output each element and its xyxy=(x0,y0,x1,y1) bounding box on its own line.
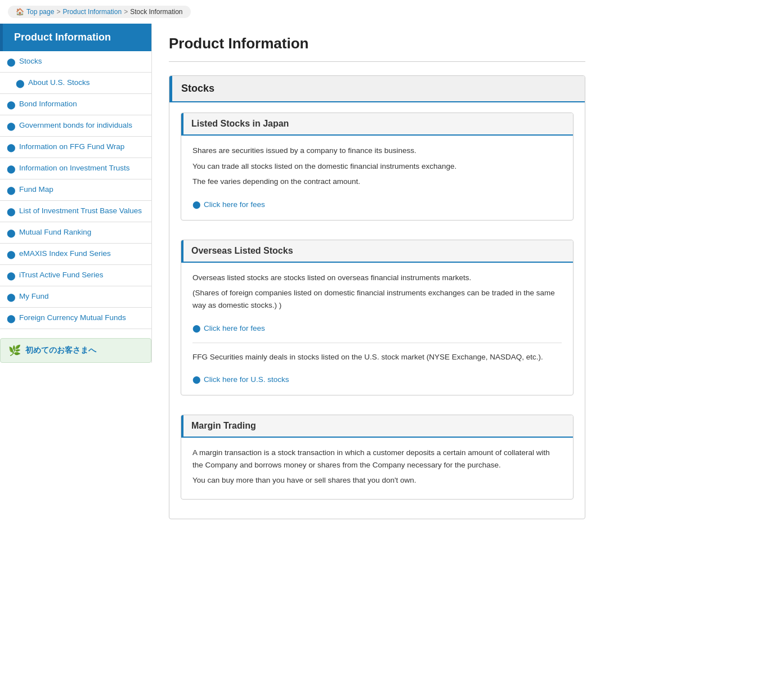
link-bullet-icon: ⬤ xyxy=(192,324,201,332)
bullet-icon: ⬤ xyxy=(7,122,16,131)
sidebar-item-itrust[interactable]: ⬤ iTrust Active Fund Series xyxy=(0,265,151,286)
sidebar-item-emaxis[interactable]: ⬤ eMAXIS Index Fund Series xyxy=(0,244,151,265)
margin-trading-body: Margin Trading A margin transaction is a… xyxy=(169,415,585,519)
sidebar-link-bond-information[interactable]: ⬤ Bond Information xyxy=(0,94,151,115)
home-icon: 🏠 xyxy=(16,8,24,16)
breadcrumb: 🏠 Top page > Product Information > Stock… xyxy=(8,6,191,18)
bullet-icon: ⬤ xyxy=(7,293,16,302)
sidebar-item-fund-map[interactable]: ⬤ Fund Map xyxy=(0,179,151,201)
fees-japan-link[interactable]: ⬤ Click here for fees xyxy=(192,200,265,209)
sidebar-link-itrust[interactable]: ⬤ iTrust Active Fund Series xyxy=(0,265,151,286)
listed-stocks-japan-content: Shares are securities issued by a compan… xyxy=(181,136,573,220)
sidebar-link-government-bonds[interactable]: ⬤ Government bonds for individuals xyxy=(0,115,151,136)
link-bullet-icon: ⬤ xyxy=(192,200,201,209)
overseas-stocks-p2: (Shares of foreign companies listed on d… xyxy=(192,287,562,311)
sidebar-item-stocks[interactable]: ⬤ Stocks xyxy=(0,51,151,73)
bullet-icon: ⬤ xyxy=(7,100,16,109)
sidebar-item-list-investment-trust[interactable]: ⬤ List of Investment Trust Base Values xyxy=(0,201,151,222)
sidebar-link-mutual-fund-ranking[interactable]: ⬤ Mutual Fund Ranking xyxy=(0,222,151,243)
overseas-stocks-content: Overseas listed stocks are stocks listed… xyxy=(181,263,573,395)
sidebar-item-bond-information[interactable]: ⬤ Bond Information xyxy=(0,94,151,115)
bullet-icon: ⬤ xyxy=(7,228,16,237)
margin-trading-title: Margin Trading xyxy=(191,421,256,430)
margin-trading-p1: A margin transaction is a stock transact… xyxy=(192,447,562,471)
bullet-icon: ⬤ xyxy=(7,186,16,195)
bullet-icon: ⬤ xyxy=(7,143,16,152)
listed-stocks-japan-p2: You can trade all stocks listed on the d… xyxy=(192,160,562,173)
page-title: Product Information xyxy=(169,35,585,52)
bullet-icon: ⬤ xyxy=(7,250,16,259)
sidebar-item-my-fund[interactable]: ⬤ My Fund xyxy=(0,286,151,308)
bullet-icon: ⬤ xyxy=(7,207,16,216)
sidebar-item-foreign-currency[interactable]: ⬤ Foreign Currency Mutual Funds xyxy=(0,308,151,329)
sidebar-link-fund-map[interactable]: ⬤ Fund Map xyxy=(0,179,151,200)
overseas-stocks-title: Overseas Listed Stocks xyxy=(191,246,293,255)
listed-stocks-japan-p3: The fee varies depending on the contract… xyxy=(192,176,562,188)
sidebar-link-about-us-stocks[interactable]: ⬤ About U.S. Stocks xyxy=(0,73,151,93)
sidebar: Product Information ⬤ Stocks ⬤ About U.S… xyxy=(0,24,152,363)
sidebar-banner-label: 初めてのお客さまへ xyxy=(25,345,96,356)
main-content: Product Information Stocks Listed Stocks… xyxy=(152,24,602,550)
overseas-stocks-p1: Overseas listed stocks are stocks listed… xyxy=(192,272,562,284)
bullet-icon: ⬤ xyxy=(16,79,25,88)
leaf-icon: 🌿 xyxy=(8,344,21,357)
fees-overseas-link[interactable]: ⬤ Click here for fees xyxy=(192,324,265,332)
breadcrumb-home-link[interactable]: Top page xyxy=(26,8,54,16)
page-title-divider xyxy=(169,61,585,62)
bullet-icon: ⬤ xyxy=(7,271,16,280)
sidebar-link-foreign-currency[interactable]: ⬤ Foreign Currency Mutual Funds xyxy=(0,308,151,329)
listed-stocks-japan-title: Listed Stocks in Japan xyxy=(191,119,289,128)
breadcrumb-current: Stock Information xyxy=(130,8,182,16)
bullet-icon: ⬤ xyxy=(7,57,16,66)
breadcrumb-product-info-link[interactable]: Product Information xyxy=(62,8,122,16)
us-stocks-link[interactable]: ⬤ Click here for U.S. stocks xyxy=(192,375,289,384)
sidebar-link-emaxis[interactable]: ⬤ eMAXIS Index Fund Series xyxy=(0,244,151,264)
sidebar-item-about-us-stocks[interactable]: ⬤ About U.S. Stocks xyxy=(0,73,151,94)
sidebar-item-ffg-fund-wrap[interactable]: ⬤ Information on FFG Fund Wrap xyxy=(0,137,151,158)
sidebar-link-my-fund[interactable]: ⬤ My Fund xyxy=(0,286,151,307)
sidebar-link-stocks[interactable]: ⬤ Stocks xyxy=(0,51,151,72)
sidebar-item-mutual-fund-ranking[interactable]: ⬤ Mutual Fund Ranking xyxy=(0,222,151,244)
sidebar-title: Product Information xyxy=(0,24,151,51)
sidebar-item-investment-trusts[interactable]: ⬤ Information on Investment Trusts xyxy=(0,158,151,179)
overseas-divider xyxy=(192,343,562,343)
stocks-section: Stocks Listed Stocks in Japan Shares are… xyxy=(169,75,585,519)
margin-trading-p2: You can buy more than you have or sell s… xyxy=(192,474,562,487)
margin-trading-content: A margin transaction is a stock transact… xyxy=(181,438,573,499)
page-layout: Product Information ⬤ Stocks ⬤ About U.S… xyxy=(0,24,784,550)
link-bullet-icon: ⬤ xyxy=(192,375,201,384)
bullet-icon: ⬤ xyxy=(7,164,16,173)
breadcrumb-sep1: > xyxy=(56,8,60,16)
overseas-listed-stocks-body: Overseas Listed Stocks Overseas listed s… xyxy=(169,240,585,406)
breadcrumb-sep2: > xyxy=(124,8,128,16)
overseas-stocks-extra-p1: FFG Securities mainly deals in stocks li… xyxy=(192,351,562,363)
listed-stocks-japan-body: Listed Stocks in Japan Shares are securi… xyxy=(169,102,585,231)
sidebar-link-ffg-fund-wrap[interactable]: ⬤ Information on FFG Fund Wrap xyxy=(0,137,151,158)
first-time-customer-banner[interactable]: 🌿 初めてのお客さまへ xyxy=(0,338,151,363)
sidebar-link-investment-trusts[interactable]: ⬤ Information on Investment Trusts xyxy=(0,158,151,179)
bullet-icon: ⬤ xyxy=(7,314,16,323)
stocks-section-header: Stocks xyxy=(169,76,585,102)
listed-stocks-japan-p1: Shares are securities issued by a compan… xyxy=(192,145,562,157)
sidebar-nav: ⬤ Stocks ⬤ About U.S. Stocks ⬤ Bond Info… xyxy=(0,51,151,329)
sidebar-link-list-investment-trust[interactable]: ⬤ List of Investment Trust Base Values xyxy=(0,201,151,222)
sidebar-item-government-bonds[interactable]: ⬤ Government bonds for individuals xyxy=(0,115,151,137)
